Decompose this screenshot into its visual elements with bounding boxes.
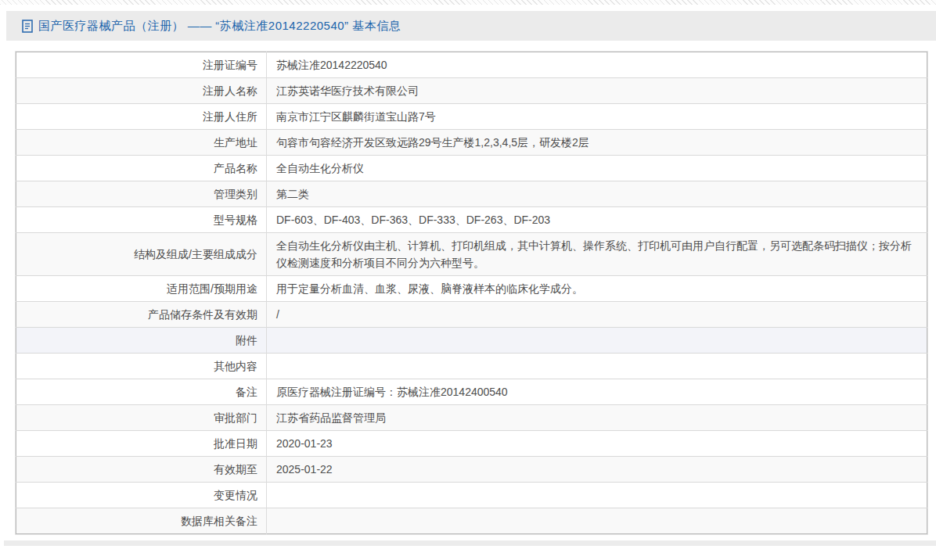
field-value: 江苏英诺华医疗技术有限公司 (267, 78, 927, 104)
field-label: 管理类别 (16, 181, 267, 207)
field-value: 南京市江宁区麒麟街道宝山路7号 (267, 104, 927, 130)
field-label: 适用范围/预期用途 (16, 276, 267, 302)
top-hatch-stripe (0, 0, 936, 5)
field-label: 审批部门 (16, 405, 267, 431)
field-label: 结构及组成/主要组成成分 (16, 233, 267, 276)
page-header: 国产医疗器械产品（注册） —— “苏械注准20142220540” 基本信息 (6, 11, 936, 41)
field-label: 注册人名称 (16, 78, 267, 104)
table-row-change-status: 变更情况 (16, 483, 927, 508)
table-row-registrant-name: 注册人名称 江苏英诺华医疗技术有限公司 (16, 78, 927, 104)
document-icon (22, 20, 33, 33)
table-row-database-notes: 数据库相关备注 (16, 508, 927, 534)
page-title: 国产医疗器械产品（注册） —— “苏械注准20142220540” 基本信息 (38, 19, 401, 34)
table-row-approval-date: 批准日期 2020-01-23 (16, 431, 927, 457)
field-value (267, 328, 927, 354)
field-value: 原医疗器械注册证编号：苏械注准20142400540 (267, 379, 927, 405)
table-row-registrant-address: 注册人住所 南京市江宁区麒麟街道宝山路7号 (16, 104, 927, 130)
field-label: 其他内容 (16, 354, 267, 379)
table-row-structure-composition: 结构及组成/主要组成成分 全自动生化分析仪由主机、计算机、打印机组成，其中计算机… (16, 233, 927, 276)
field-label: 产品名称 (16, 156, 267, 181)
field-value: 全自动生化分析仪 (267, 156, 927, 181)
registration-info-table: 注册证编号 苏械注准20142220540 注册人名称 江苏英诺华医疗技术有限公… (16, 52, 927, 534)
table-row-attachments: 附件 (16, 328, 927, 354)
registration-info-table-wrap: 注册证编号 苏械注准20142220540 注册人名称 江苏英诺华医疗技术有限公… (16, 52, 927, 534)
field-label: 注册证编号 (16, 52, 267, 78)
table-row-model-spec: 型号规格 DF-603、DF-403、DF-363、DF-333、DF-263、… (16, 207, 927, 233)
field-value: DF-603、DF-403、DF-363、DF-333、DF-263、DF-20… (267, 207, 927, 233)
table-row-cert-number: 注册证编号 苏械注准20142220540 (16, 52, 927, 78)
field-value: 用于定量分析血清、血浆、尿液、脑脊液样本的临床化学成分。 (267, 276, 927, 302)
footer-strip (4, 540, 936, 546)
table-row-valid-until: 有效期至 2025-01-22 (16, 457, 927, 483)
table-row-management-class: 管理类别 第二类 (16, 181, 927, 207)
field-label: 生产地址 (16, 130, 267, 156)
field-value: 苏械注准20142220540 (267, 52, 927, 78)
table-row-storage-conditions: 产品储存条件及有效期 / (16, 302, 927, 328)
field-value: 2025-01-22 (267, 457, 927, 483)
field-value: 江苏省药品监督管理局 (267, 405, 927, 431)
table-row-intended-use: 适用范围/预期用途 用于定量分析血清、血浆、尿液、脑脊液样本的临床化学成分。 (16, 276, 927, 302)
field-value: / (267, 302, 927, 328)
field-label: 型号规格 (16, 207, 267, 233)
field-label: 数据库相关备注 (16, 508, 267, 534)
field-label: 产品储存条件及有效期 (16, 302, 267, 328)
field-label: 附件 (16, 328, 267, 354)
field-value (267, 483, 927, 508)
field-value: 2020-01-23 (267, 431, 927, 457)
field-value: 句容市句容经济开发区致远路29号生产楼1,2,3,4,5层，研发楼2层 (267, 130, 927, 156)
field-value: 第二类 (267, 181, 927, 207)
field-label: 注册人住所 (16, 104, 267, 130)
field-label: 变更情况 (16, 483, 267, 508)
field-label: 批准日期 (16, 431, 267, 457)
field-label: 备注 (16, 379, 267, 405)
field-value: 全自动生化分析仪由主机、计算机、打印机组成，其中计算机、操作系统、打印机可由用户… (267, 233, 927, 276)
table-row-remarks: 备注 原医疗器械注册证编号：苏械注准20142400540 (16, 379, 927, 405)
table-row-approval-department: 审批部门 江苏省药品监督管理局 (16, 405, 927, 431)
table-row-product-name: 产品名称 全自动生化分析仪 (16, 156, 927, 181)
field-label: 有效期至 (16, 457, 267, 483)
table-row-other-content: 其他内容 (16, 354, 927, 379)
table-row-production-address: 生产地址 句容市句容经济开发区致远路29号生产楼1,2,3,4,5层，研发楼2层 (16, 130, 927, 156)
field-value (267, 508, 927, 534)
field-value (267, 354, 927, 379)
